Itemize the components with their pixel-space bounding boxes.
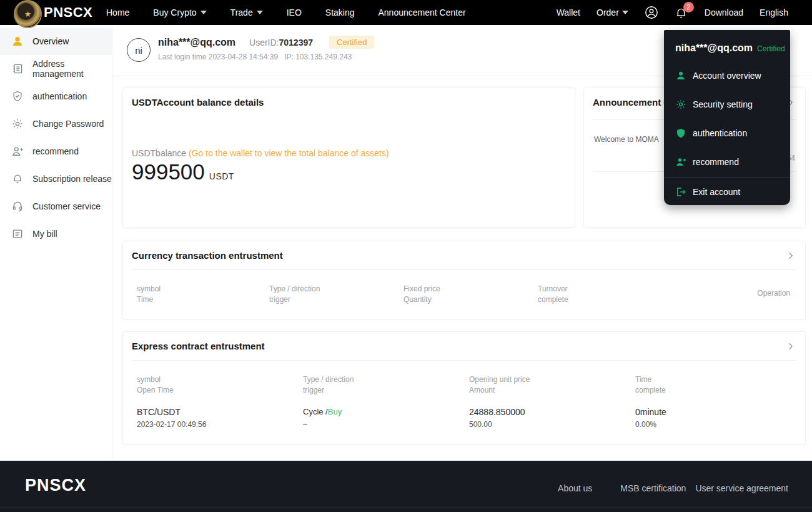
column-header: symbolTime [137,284,161,305]
sidebar-item-label: Customer service [32,201,101,211]
account-dropdown-menu: niha***@qq.com Certified Account overvie… [664,30,790,205]
footer-link-msb-certification[interactable]: MSB certification [620,483,686,493]
divider [0,508,812,508]
sidebar-item-label: Subscription release [32,174,112,184]
footer-link-user-service-agreement[interactable]: User service agreement [695,483,788,493]
nav-trade[interactable]: Trade [230,8,263,18]
chevron-down-icon [257,11,263,14]
dropdown-item-label: recommend [693,157,739,167]
currency-entrustment-card: Currency transaction entrustment symbolT… [122,241,806,320]
divider [132,360,796,361]
table-row-cell-time: 0minute 0.00% [635,406,666,431]
balance-value: 999500 [132,159,205,184]
user-icon [675,70,686,81]
balance-card-title: USDTAccount balance details [132,97,264,108]
nav-right-group: Wallet Order 2 Download English [557,0,788,25]
nav-links: Home Buy Crypto Trade IEO Staking Announ… [106,0,466,25]
sidebar-item-address-management[interactable]: Address management [0,55,112,83]
dropdown-item-label: Exit account [693,187,740,197]
account-icon[interactable] [645,6,658,19]
balance-label-row: USDTbalance (Go to the wallet to view th… [132,148,389,158]
nav-wallet[interactable]: Wallet [557,8,580,18]
divider [664,177,790,178]
nav-staking[interactable]: Staking [325,8,355,18]
nav-home[interactable]: Home [106,8,129,18]
footer-link-about-us[interactable]: About us [558,483,592,493]
column-header: Type / directiontrigger [269,284,320,305]
dropdown-item-recommend[interactable]: recommend [675,156,739,168]
brand-name[interactable]: PNSCX [44,4,92,21]
column-header: Opening unit priceAmount [469,374,530,396]
bell-icon [11,173,24,185]
express-card-title: Express contract entrustment [132,341,265,351]
nav-download[interactable]: Download [705,8,743,18]
dropdown-item-authentication[interactable]: authentication [675,128,747,139]
chevron-down-icon [201,11,207,14]
sidebar-item-label: Address management [32,59,112,79]
notification-count-badge: 2 [683,2,694,13]
dropdown-certified-label: Certified [757,44,785,53]
user-icon [11,35,24,48]
nav-buy-crypto[interactable]: Buy Crypto [153,8,206,18]
dropdown-item-security-setting[interactable]: Security setting [675,99,753,110]
dropdown-user-header: niha***@qq.com Certified [675,43,785,54]
sidebar-item-my-bill[interactable]: My bill [0,220,112,248]
shield-icon [675,128,686,139]
sidebar-item-label: authentication [32,91,87,101]
sidebar-item-customer-service[interactable]: Customer service [0,193,112,220]
address-list-icon [11,63,24,75]
sidebar-item-recommend[interactable]: recommend [0,138,112,165]
wallet-link[interactable]: (Go to the wallet to view the total bala… [189,148,389,158]
sidebar-item-change-password[interactable]: Change Password [0,110,112,138]
user-plus-icon [675,156,686,168]
divider [132,269,796,270]
footer: PNSCX About us MSB certification User se… [0,461,812,512]
headset-icon [11,200,24,213]
operation-column-header: Operation [757,289,790,298]
nav-order[interactable]: Order [597,8,628,18]
currency-card-title: Currency transaction entrustment [132,250,283,261]
express-more-chevron-icon[interactable] [786,342,795,351]
column-header: Type / directiontrigger [303,374,354,396]
balance-card: USDTAccount balance details USDTbalance … [122,88,575,228]
bill-list-icon [11,228,24,240]
sidebar-item-subscription-release[interactable]: Subscription release [0,165,112,193]
balance-value-row: 999500 USDT [132,159,234,184]
gear-icon [11,118,24,130]
currency-more-chevron-icon[interactable] [786,251,795,260]
userid-value: 7012397 [279,38,314,48]
table-row-cell-symbol: BTC/USDT 2023-02-17 00:49:56 [137,406,206,431]
sidebar-item-label: recommend [32,146,79,156]
balance-unit: USDT [209,171,234,181]
table-row-cell-type: Cycle /Buy – [303,406,342,431]
last-login-time: Last login time 2023-04-28 14:54:39 [158,53,278,61]
buy-direction: Buy [328,407,342,416]
chevron-down-icon [622,11,628,14]
dropdown-item-exit-account[interactable]: Exit account [675,186,740,198]
table-row-cell-price: 24888.850000 500.00 [469,406,525,431]
user-info-line: niha***@qq.com UserID: 7012397 Certified [158,36,374,49]
user-email: niha***@qq.com [158,37,235,48]
avatar: ni [127,38,151,62]
column-header: Turnovercomplete [538,284,568,305]
balance-label: USDTbalance [132,148,189,158]
notification-bell-icon[interactable]: 2 [675,6,688,19]
top-navbar: ★ PNSCX Home Buy Crypto Trade IEO Stakin… [0,0,812,25]
user-plus-icon [11,145,24,158]
announcement-item[interactable]: Welcome to MOMA [594,135,659,144]
login-ip: IP: 103.135.249.243 [284,53,352,61]
sidebar-item-label: My bill [32,229,57,239]
dropdown-item-account-overview[interactable]: Account overview [675,70,761,81]
footer-links: About us MSB certification User service … [558,483,788,493]
sidebar-item-overview[interactable]: Overview [0,28,112,55]
brand-logo-icon[interactable]: ★ [14,0,42,28]
dropdown-item-label: Security setting [693,99,753,109]
nav-announcement-center[interactable]: Announcement Center [379,8,466,18]
nav-ieo[interactable]: IEO [287,8,302,18]
gear-icon [675,99,686,110]
dropdown-email: niha***@qq.com [675,43,753,54]
shield-check-icon [11,90,24,103]
nav-language[interactable]: English [760,8,788,18]
logout-icon [675,186,686,198]
sidebar-item-authentication[interactable]: authentication [0,83,112,110]
